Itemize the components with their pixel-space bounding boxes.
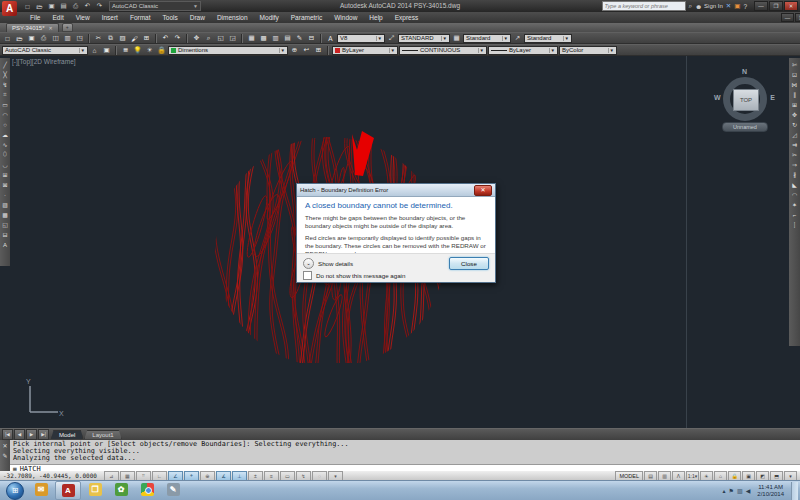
- toolpalette-icon[interactable]: ▥: [270, 33, 281, 43]
- sheetset-icon[interactable]: ▤: [282, 33, 293, 43]
- annoscale-button[interactable]: 1:1▾: [686, 471, 699, 481]
- ducs-toggle[interactable]: ⊥: [232, 471, 247, 481]
- tablestyle-icon[interactable]: ▦: [451, 33, 462, 43]
- statusmenu-icon[interactable]: ▾: [784, 471, 797, 481]
- 3ddwf-icon[interactable]: ◳: [74, 33, 85, 43]
- menu-edit[interactable]: Edit: [46, 12, 69, 23]
- explorer-app-button[interactable]: ❐: [83, 481, 107, 498]
- plotstyle-dropdown[interactable]: ByColor ▼: [559, 46, 617, 55]
- zoom-prev-icon[interactable]: ◲: [227, 33, 238, 43]
- fillet-icon[interactable]: ◠: [790, 190, 799, 199]
- close-button[interactable]: ✕: [784, 1, 798, 11]
- autocad-logo-icon[interactable]: A: [2, 1, 17, 16]
- sc-toggle[interactable]: ◌: [312, 471, 327, 481]
- properties-icon[interactable]: ▦: [246, 33, 257, 43]
- minimize-button[interactable]: —: [781, 13, 794, 22]
- dyn-toggle[interactable]: ±: [248, 471, 263, 481]
- menu-dimension[interactable]: Dimension: [211, 12, 254, 23]
- otrack-toggle[interactable]: ∡: [216, 471, 231, 481]
- stretch-icon[interactable]: ⇉: [790, 140, 799, 149]
- gradient-icon[interactable]: ▩: [1, 210, 10, 219]
- minimize-button[interactable]: —: [754, 1, 768, 11]
- tool-app-button[interactable]: ✎: [161, 481, 185, 498]
- zoom-window-icon[interactable]: ◱: [215, 33, 226, 43]
- restore-button[interactable]: ❐: [795, 13, 800, 22]
- table-style-dropdown[interactable]: Standard▼: [463, 34, 511, 43]
- undo-icon[interactable]: ↶: [82, 1, 93, 11]
- sun-icon[interactable]: ☀: [144, 45, 155, 55]
- extend-icon[interactable]: ⇒: [790, 160, 799, 169]
- mirror-icon[interactable]: ⋈: [790, 80, 799, 89]
- annoauto-icon[interactable]: ☀: [700, 471, 713, 481]
- xline-icon[interactable]: ╳: [1, 70, 10, 79]
- viewcube-top-face[interactable]: TOP: [733, 89, 759, 111]
- chrome-app-button[interactable]: [135, 481, 159, 498]
- osnap-toggle[interactable]: ⌖: [184, 471, 199, 481]
- ucs-dropdown[interactable]: Unnamed: [722, 122, 768, 132]
- command-history[interactable]: Pick internal point or [Select objects/r…: [10, 440, 800, 464]
- save-icon[interactable]: ▣: [46, 1, 57, 11]
- table-icon[interactable]: ⊟: [1, 230, 10, 239]
- tab-model[interactable]: Model: [51, 430, 83, 439]
- saveas-icon[interactable]: ▤: [58, 1, 69, 11]
- viewport-controls-label[interactable]: [-][Top][2D Wireframe]: [12, 58, 76, 65]
- cut-icon[interactable]: ✂: [93, 33, 104, 43]
- dim-style-dropdown[interactable]: STANDARD▼: [398, 34, 450, 43]
- dont-show-checkbox[interactable]: [303, 271, 312, 280]
- command-window-grip[interactable]: ✕✎: [0, 440, 10, 471]
- grid-toggle[interactable]: ⌗: [136, 471, 151, 481]
- markup-icon[interactable]: ✎: [294, 33, 305, 43]
- new-icon[interactable]: □: [2, 33, 13, 43]
- viewcube-east[interactable]: E: [770, 94, 775, 101]
- trim-icon[interactable]: ✂: [790, 150, 799, 159]
- menu-format[interactable]: Format: [124, 12, 157, 23]
- menu-window[interactable]: Window: [328, 12, 363, 23]
- volume-icon[interactable]: ◀: [746, 487, 751, 494]
- close-button[interactable]: Close: [449, 257, 489, 270]
- model-space-button[interactable]: MODEL: [615, 471, 643, 481]
- redo-icon[interactable]: ↷: [94, 1, 105, 11]
- color-dropdown[interactable]: ByLayer ▼: [332, 46, 398, 55]
- undo-icon[interactable]: ↶: [160, 33, 171, 43]
- drawing-canvas[interactable]: [-][Top][2D Wireframe] ╱╳↯⌗▭◠○☁∿⬯◡⊞⊠∙▨▩◱…: [0, 56, 800, 428]
- file-tab[interactable]: PSY-34015* ✕: [6, 23, 59, 32]
- explode-icon[interactable]: ✶: [790, 200, 799, 209]
- show-details-label[interactable]: Show details: [318, 260, 353, 267]
- workspace-combo[interactable]: AutoCAD Classic▼: [2, 46, 88, 55]
- infer-toggle[interactable]: ⊿: [104, 471, 119, 481]
- layer-dropdown[interactable]: Dimentions ▼: [168, 46, 288, 55]
- show-desktop-button[interactable]: [791, 482, 798, 500]
- cmd-grip-icon[interactable]: ✎: [2, 452, 7, 459]
- dont-show-label[interactable]: Do not show this message again: [316, 272, 405, 279]
- tpy-toggle[interactable]: ▭: [280, 471, 295, 481]
- zoom-realtime-icon[interactable]: ⌕: [203, 33, 214, 43]
- redo-icon[interactable]: ↷: [172, 33, 183, 43]
- paste-icon[interactable]: ▨: [117, 33, 128, 43]
- menu-parametric[interactable]: Parametric: [285, 12, 328, 23]
- bulb-icon[interactable]: 💡: [132, 45, 143, 55]
- copy-icon[interactable]: ⊡: [790, 70, 799, 79]
- qp-toggle[interactable]: ↯: [296, 471, 311, 481]
- preview-icon[interactable]: ◫: [50, 33, 61, 43]
- open-icon[interactable]: 🗁: [14, 33, 25, 43]
- menu-draw[interactable]: Draw: [184, 12, 211, 23]
- copy-icon[interactable]: ⧉: [105, 33, 116, 43]
- break-icon[interactable]: ∦: [790, 170, 799, 179]
- workspace-gear-icon[interactable]: ⌂: [89, 45, 100, 55]
- am-toggle[interactable]: ▾: [328, 471, 343, 481]
- qnew-icon[interactable]: □: [22, 1, 33, 11]
- insertblock-icon[interactable]: ⊞: [1, 170, 10, 179]
- polar-toggle[interactable]: ∠: [168, 471, 183, 481]
- mleader-style-dropdown[interactable]: Standard▼: [524, 34, 572, 43]
- lockui-icon[interactable]: 🔒: [728, 471, 741, 481]
- lock-icon[interactable]: 🔒: [156, 45, 167, 55]
- restore-button[interactable]: ❐: [769, 1, 783, 11]
- network-icon[interactable]: ▥: [737, 487, 743, 494]
- revcloud-icon[interactable]: ☁: [1, 130, 10, 139]
- rectangle-icon[interactable]: ▭: [1, 100, 10, 109]
- viewcube-west[interactable]: W: [714, 94, 721, 101]
- arc-icon[interactable]: ◠: [1, 110, 10, 119]
- textstyle-icon[interactable]: A: [325, 33, 336, 43]
- ellipse-icon[interactable]: ⬯: [1, 150, 10, 159]
- workspace-switch-icon[interactable]: ⌂: [714, 471, 727, 481]
